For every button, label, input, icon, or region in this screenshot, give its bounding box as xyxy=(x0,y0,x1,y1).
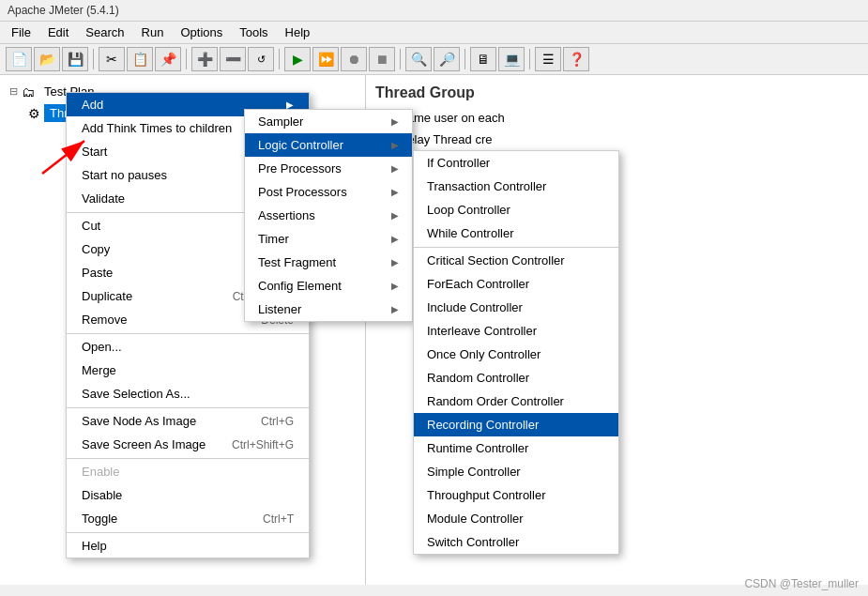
logic-simple-controller-label: Simple Controller xyxy=(427,465,521,479)
logic-loop-controller-label: Loop Controller xyxy=(427,203,510,217)
submenu-add-pre-processors[interactable]: Pre Processors ▶ xyxy=(245,157,412,180)
logic-if-controller[interactable]: If Controller xyxy=(414,151,618,175)
toolbar-reset[interactable]: ↺ xyxy=(248,47,274,71)
menu-edit[interactable]: Edit xyxy=(40,23,76,41)
submenu-add-assertions-arrow: ▶ xyxy=(391,210,399,221)
toolbar-play-nopause[interactable]: ⏩ xyxy=(312,47,339,71)
submenu-add-post-processors[interactable]: Post Processors ▶ xyxy=(245,180,412,204)
submenu-add-config-element[interactable]: Config Element ▶ xyxy=(245,274,412,298)
menu-tools[interactable]: Tools xyxy=(232,23,275,41)
submenu-add-test-fragment-label: Test Fragment xyxy=(258,255,336,269)
ctx-merge[interactable]: Merge xyxy=(67,359,309,382)
submenu-add-logic-controller-arrow: ▶ xyxy=(391,140,399,150)
logic-interleave-controller[interactable]: Interleave Controller xyxy=(414,319,618,343)
submenu-add-logic-controller-label: Logic Controller xyxy=(258,138,343,152)
same-user-label: Same user on each xyxy=(399,111,505,125)
toolbar-save[interactable]: 💾 xyxy=(62,47,88,71)
ctx-help[interactable]: Help xyxy=(67,532,309,558)
toolbar-copy[interactable]: 📋 xyxy=(127,47,153,71)
logic-once-only-controller-label: Once Only Controller xyxy=(427,347,541,361)
ctx-save-node-image[interactable]: Save Node As Image Ctrl+G xyxy=(67,407,309,433)
submenu-add-pre-processors-arrow: ▶ xyxy=(391,163,399,174)
menu-help[interactable]: Help xyxy=(278,23,318,41)
logic-runtime-controller-label: Runtime Controller xyxy=(427,441,528,455)
toolbar-question[interactable]: ❓ xyxy=(563,47,589,71)
toolbar-play[interactable]: ▶ xyxy=(284,47,311,71)
logic-while-controller-label: While Controller xyxy=(427,226,513,240)
submenu-add-listener-label: Listener xyxy=(258,302,301,316)
submenu-add-post-processors-label: Post Processors xyxy=(258,185,347,199)
ctx-toggle-label: Toggle xyxy=(82,512,117,526)
submenu-add-test-fragment[interactable]: Test Fragment ▶ xyxy=(245,251,412,274)
ctx-save-node-image-label: Save Node As Image xyxy=(82,414,196,428)
ctx-duplicate-label: Duplicate xyxy=(82,289,132,303)
toolbar-remote[interactable]: 🖥 xyxy=(470,47,496,71)
menu-file[interactable]: File xyxy=(4,23,38,41)
submenu-add-timer[interactable]: Timer ▶ xyxy=(245,227,412,251)
ctx-open-label: Open... xyxy=(82,340,122,354)
ctx-save-node-image-shortcut: Ctrl+G xyxy=(261,415,294,428)
menu-options[interactable]: Options xyxy=(173,23,230,41)
logic-throughput-controller[interactable]: Throughput Controller xyxy=(414,483,618,507)
toolbar-remove[interactable]: ➖ xyxy=(220,47,246,71)
logic-critical-section-controller[interactable]: Critical Section Controller xyxy=(414,247,618,272)
main-layout: ⊟ 🗂 Test Plan ⚙ Thread Group xyxy=(0,75,868,585)
toolbar-search2[interactable]: 🔎 xyxy=(434,47,460,71)
submenu-add: Sampler ▶ Logic Controller ▶ Pre Process… xyxy=(244,109,413,322)
toolbar-cut[interactable]: ✂ xyxy=(99,47,125,71)
ctx-save-screen-image[interactable]: Save Screen As Image Ctrl+Shift+G xyxy=(67,433,309,456)
toolbar-stop[interactable]: ⏺ xyxy=(341,47,367,71)
logic-module-controller-label: Module Controller xyxy=(427,512,524,526)
logic-runtime-controller[interactable]: Runtime Controller xyxy=(414,436,618,460)
ctx-enable: Enable xyxy=(67,458,309,483)
logic-switch-controller[interactable]: Switch Controller xyxy=(414,530,618,554)
submenu-add-listener-arrow: ▶ xyxy=(391,304,399,314)
toolbar-list[interactable]: ☰ xyxy=(535,47,561,71)
logic-recording-controller[interactable]: Recording Controller xyxy=(414,413,618,436)
logic-once-only-controller[interactable]: Once Only Controller xyxy=(414,343,618,366)
ctx-toggle[interactable]: Toggle Ctrl+T xyxy=(67,507,309,530)
toolbar-search1[interactable]: 🔍 xyxy=(405,47,432,71)
logic-simple-controller[interactable]: Simple Controller xyxy=(414,460,618,483)
submenu-add-assertions[interactable]: Assertions ▶ xyxy=(245,204,412,227)
toolbar-paste[interactable]: 📌 xyxy=(155,47,181,71)
logic-foreach-controller-label: ForEach Controller xyxy=(427,277,529,291)
toolbar-remote2[interactable]: 💻 xyxy=(498,47,525,71)
ctx-open[interactable]: Open... xyxy=(67,333,309,359)
menu-run[interactable]: Run xyxy=(134,23,172,41)
ctx-toggle-shortcut: Ctrl+T xyxy=(263,512,294,526)
logic-random-order-controller[interactable]: Random Order Controller xyxy=(414,390,618,413)
logic-include-controller[interactable]: Include Controller xyxy=(414,296,618,319)
logic-interleave-controller-label: Interleave Controller xyxy=(427,324,537,338)
submenu-add-listener[interactable]: Listener ▶ xyxy=(245,298,412,321)
logic-critical-section-controller-label: Critical Section Controller xyxy=(427,253,565,267)
submenu-add-sampler-label: Sampler xyxy=(258,115,303,129)
submenu-add-config-element-arrow: ▶ xyxy=(391,281,399,291)
toolbar-open[interactable]: 📂 xyxy=(34,47,60,71)
ctx-cut-label: Cut xyxy=(82,219,100,233)
logic-while-controller[interactable]: While Controller xyxy=(414,222,618,245)
logic-foreach-controller[interactable]: ForEach Controller xyxy=(414,272,618,296)
ctx-start-no-pauses-label: Start no pauses xyxy=(82,168,167,182)
logic-transaction-controller[interactable]: Transaction Controller xyxy=(414,175,618,198)
logic-module-controller[interactable]: Module Controller xyxy=(414,507,618,530)
ctx-add-think-times-label: Add Think Times to children xyxy=(82,121,232,135)
menu-search[interactable]: Search xyxy=(78,23,131,41)
toolbar-add[interactable]: ➕ xyxy=(191,47,218,71)
submenu-add-logic-controller[interactable]: Logic Controller ▶ xyxy=(245,133,412,157)
logic-random-controller[interactable]: Random Controller xyxy=(414,366,618,390)
submenu-add-assertions-label: Assertions xyxy=(258,208,315,222)
submenu-logic: If Controller Transaction Controller Loo… xyxy=(413,150,619,555)
ctx-merge-label: Merge xyxy=(82,363,116,377)
ctx-save-selection-label: Save Selection As... xyxy=(82,387,190,401)
submenu-add-sampler[interactable]: Sampler ▶ xyxy=(245,110,412,133)
ctx-disable[interactable]: Disable xyxy=(67,483,309,507)
logic-include-controller-label: Include Controller xyxy=(427,300,523,314)
toolbar-new[interactable]: 📄 xyxy=(6,47,32,71)
ctx-save-selection[interactable]: Save Selection As... xyxy=(67,382,309,405)
toolbar-sep5 xyxy=(464,49,465,69)
arrow-annotation xyxy=(38,131,94,181)
toolbar-shutdown[interactable]: ⏹ xyxy=(369,47,395,71)
logic-loop-controller[interactable]: Loop Controller xyxy=(414,198,618,222)
toolbar-sep1 xyxy=(93,49,94,69)
